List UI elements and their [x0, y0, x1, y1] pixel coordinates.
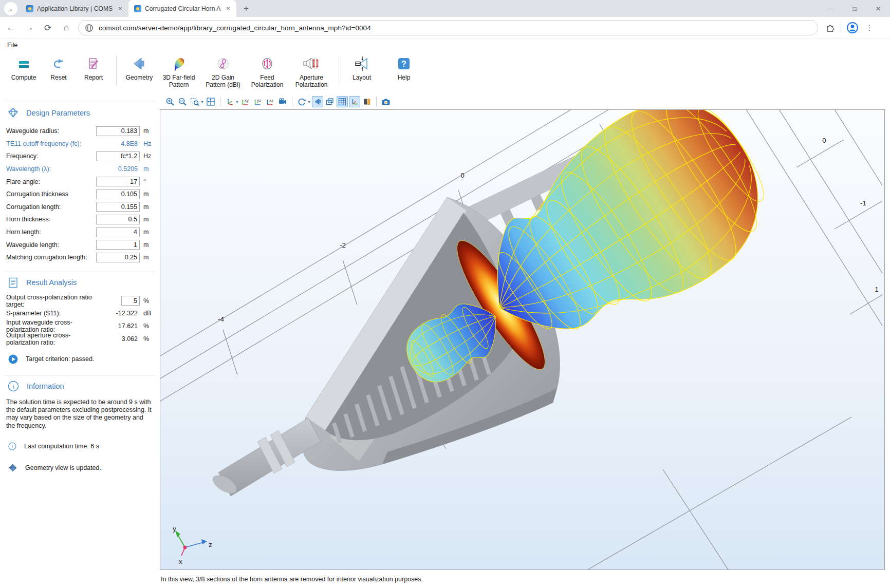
param-unit: ° — [143, 178, 155, 185]
feed-polarization-button[interactable]: Feed Polarization — [245, 51, 289, 90]
param-label: Wavelength (λ): — [6, 165, 96, 173]
toolbar-separator — [841, 23, 841, 32]
transparency-icon[interactable] — [324, 96, 336, 107]
view-yz-icon[interactable]: yz — [252, 96, 264, 107]
show-geometry-toggle[interactable] — [312, 96, 323, 107]
dropdown-caret[interactable]: ▼ — [235, 100, 239, 104]
param-label: TE11 cutoff frequency (fc): — [6, 140, 96, 147]
tab-close-icon[interactable]: ✕ — [116, 5, 124, 13]
result-unit: % — [143, 335, 155, 343]
flare-angle-input[interactable] — [96, 177, 140, 186]
reload-button[interactable]: ⟳ — [40, 20, 55, 35]
param-unit: m — [143, 241, 155, 249]
param-unit: Hz — [143, 140, 155, 147]
zoom-in-icon[interactable] — [164, 96, 176, 107]
zoom-box-icon[interactable] — [189, 96, 200, 107]
corrugation-thickness-input[interactable] — [96, 189, 140, 199]
toolbar-separator — [376, 97, 377, 106]
view-note: In this view, 3/8 sections of the horn a… — [161, 576, 423, 583]
triad-y-label: y — [173, 525, 176, 533]
result-unit: dB — [143, 310, 155, 317]
address-bar[interactable]: comsol.com/server-demo/app/library_corru… — [78, 20, 818, 35]
browser-menu-icon[interactable]: ⋮ — [862, 20, 877, 35]
new-tab-button[interactable]: + — [239, 2, 253, 15]
back-button[interactable]: ← — [3, 20, 18, 35]
tick-label: -4 — [218, 315, 224, 323]
tab-application-library[interactable]: Application Library | COMSOL S ✕ — [21, 0, 128, 17]
extensions-icon[interactable] — [825, 23, 836, 33]
zoom-extents-icon[interactable] — [205, 96, 216, 107]
report-button[interactable]: Report — [76, 51, 111, 90]
status-text: Last computation time: 6 s — [24, 443, 99, 450]
tick-label: -2 — [340, 241, 346, 249]
corrugation-length-input[interactable] — [96, 202, 140, 212]
frequency-input[interactable] — [96, 151, 140, 161]
reset-button[interactable]: Reset — [41, 51, 76, 90]
param-row: Wavelength (λ): 0.5205 m — [0, 163, 160, 176]
far-field-3d-button[interactable]: 3D Far-field Pattern — [157, 51, 201, 90]
result-label: S-parameter (S11): — [6, 310, 96, 317]
tab-corrugated-horn[interactable]: Corrugated Circular Horn Anten ✕ — [128, 0, 236, 17]
home-button[interactable]: ⌂ — [59, 20, 74, 35]
minimize-button[interactable]: – — [819, 0, 843, 17]
target-criterion-status: Target criterion: passed. — [8, 354, 160, 364]
param-label: Matching corrugation length: — [6, 254, 96, 261]
result-row: Output aperture cross-polarization ratio… — [0, 332, 160, 345]
geometry-button[interactable]: Geometry — [122, 51, 157, 90]
3d-viewport[interactable]: 0 -2 -4 0 -1 1 — [160, 109, 885, 570]
result-label: Output cross-polarization ratio target: — [6, 294, 96, 308]
tab-search-button[interactable]: ⌄ — [4, 2, 17, 15]
forward-button[interactable]: → — [22, 20, 37, 35]
zoom-out-icon[interactable] — [177, 96, 188, 107]
url-text: comsol.com/server-demo/app/library_corru… — [99, 24, 371, 32]
param-label: Frequency: — [6, 153, 96, 160]
view-orientation-icon[interactable] — [224, 96, 235, 107]
result-row: Input waveguide cross-polarization ratio… — [0, 320, 160, 333]
param-row: TE11 cutoff frequency (fc): 4.8E8 Hz — [0, 138, 160, 150]
axes-toggle[interactable] — [349, 96, 360, 107]
compute-button[interactable]: Compute — [6, 51, 41, 90]
ribbon-separator — [339, 55, 339, 85]
default-3d-view-icon[interactable] — [277, 96, 288, 107]
aperture-polarization-button[interactable]: Aperture Polarization — [289, 51, 333, 90]
grid-toggle[interactable] — [337, 96, 348, 107]
gain-pattern-2d-icon — [215, 54, 231, 73]
design-parameters-header: Design Parameters — [7, 107, 160, 119]
horn-length-input[interactable] — [96, 227, 140, 237]
browser-toolbar: ← → ⟳ ⌂ comsol.com/server-demo/app/libra… — [0, 17, 890, 39]
maximize-button[interactable]: □ — [843, 0, 866, 17]
horn-antenna-scene: 0 -2 -4 0 -1 1 — [160, 110, 884, 570]
param-row: Horn thickness: m — [0, 213, 160, 226]
report-icon — [86, 54, 101, 73]
information-icon: i — [7, 380, 20, 392]
profile-avatar[interactable] — [846, 22, 859, 34]
svg-text:i: i — [12, 382, 14, 390]
color-legend-toggle[interactable] — [361, 96, 373, 107]
gain-pattern-2d-button[interactable]: 2D Gain Pattern (dBi) — [201, 51, 245, 90]
layout-button[interactable]: Layout — [344, 51, 379, 90]
dropdown-caret[interactable]: ▼ — [307, 100, 311, 104]
dropdown-caret[interactable]: ▼ — [200, 100, 204, 104]
rotate-icon[interactable] — [296, 96, 307, 107]
graphics-panel: ▼ ▼ xy yz xz ▼ — [160, 94, 890, 588]
matching-corrugation-length-input[interactable] — [96, 253, 140, 262]
view-xy-icon[interactable]: xy — [240, 96, 251, 107]
param-unit: Hz — [143, 153, 155, 160]
horn-thickness-input[interactable] — [96, 215, 140, 224]
tick-label: 0 — [822, 137, 826, 144]
section-divider — [4, 102, 156, 102]
section-divider — [4, 272, 156, 272]
waveguide-radius-input[interactable] — [96, 126, 140, 136]
site-info-icon[interactable] — [85, 24, 94, 32]
param-unit: m — [143, 229, 155, 236]
snapshot-icon[interactable] — [380, 96, 392, 107]
close-button[interactable]: ✕ — [866, 0, 890, 17]
help-button[interactable]: ? Help — [386, 51, 421, 90]
tab-close-icon[interactable]: ✕ — [224, 5, 232, 13]
file-menu[interactable]: File — [7, 42, 17, 49]
app-menubar: File — [0, 39, 890, 51]
output-cross-pol-value: 3.062 — [96, 335, 140, 343]
waveguide-length-input[interactable] — [96, 240, 140, 250]
cross-pol-target-input[interactable] — [121, 296, 140, 306]
view-xz-icon[interactable]: xz — [265, 96, 276, 107]
